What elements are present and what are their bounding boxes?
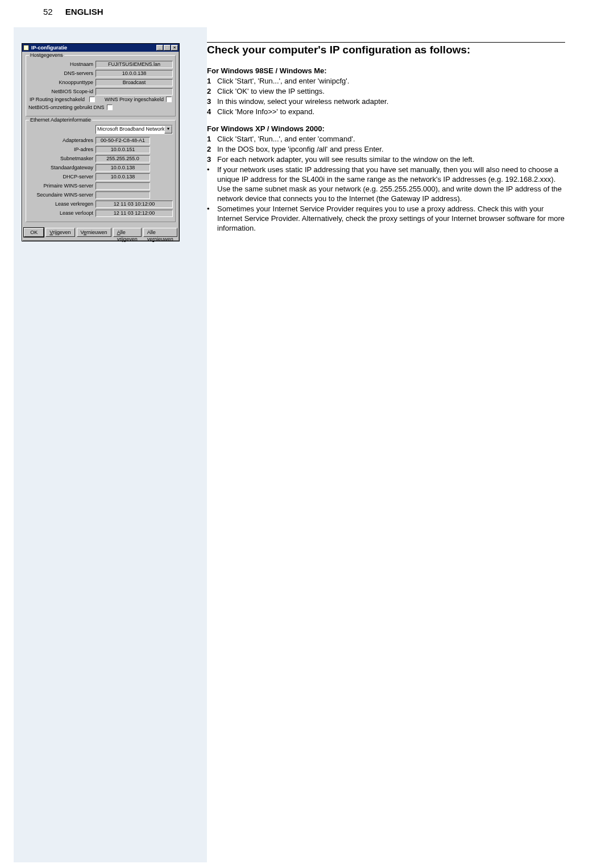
gateway-value: 10.0.0.138	[96, 164, 150, 172]
ip-address-value: 10.0.0.151	[96, 146, 150, 153]
step-number: 1	[207, 134, 217, 144]
lease-verloopt-label: Lease verloopt	[28, 210, 96, 216]
steps-98se: 1Click 'Start', 'Run...', and enter 'win…	[207, 76, 565, 116]
lease-verkregen-value: 12 11 03 10:12:00	[96, 201, 173, 208]
vernieuwen-button[interactable]: Vernieuwen	[77, 228, 111, 237]
step-text: In the DOS box, type 'ipconfig /all' and…	[217, 144, 565, 154]
bullet-icon: •	[207, 165, 217, 203]
knooppunt-value: Broadcast	[96, 79, 173, 86]
netbios-dns-checkbox[interactable]	[107, 105, 113, 110]
subnet-label: Subnetmasker	[28, 156, 96, 161]
steps-xp: 1Click 'Start', 'Run...', and enter 'com…	[207, 134, 565, 233]
ip-config-window: ? IP-configuratie _ □ × Hostgegevens Hos…	[22, 43, 180, 241]
page-header: 52 ENGLISH	[43, 7, 103, 16]
maximize-button[interactable]: □	[164, 45, 171, 51]
primaire-wins-value	[96, 182, 150, 190]
bullet-icon: •	[207, 204, 217, 233]
window-titlebar: ? IP-configuratie _ □ ×	[22, 44, 179, 52]
dns-label: DNS-servers	[28, 70, 96, 76]
adapter-dropdown[interactable]: Microsoft Broadband Networking Wirele ▼	[96, 125, 173, 134]
netbios-scope-label: NetBIOS Scope-id	[28, 89, 96, 94]
close-button[interactable]: ×	[171, 45, 178, 51]
netbios-dns-label: NetBIOS-omzetting gebruikt DNS	[28, 105, 107, 110]
group-label-host: Hostgegevens	[29, 52, 64, 58]
hostnaam-label: Hostnaam	[28, 61, 96, 67]
page-number: 52	[43, 7, 53, 16]
app-icon: ?	[23, 45, 29, 51]
step-number: 2	[207, 144, 217, 154]
ok-button[interactable]: OK	[24, 228, 44, 237]
step-number: 1	[207, 76, 217, 86]
wins-proxy-label: WINS Proxy ingeschakeld	[105, 97, 164, 102]
step-text: Click 'More Info>>' to expand.	[217, 107, 565, 116]
sidebar-panel: ? IP-configuratie _ □ × Hostgegevens Hos…	[14, 27, 207, 862]
section-title: Check your computer's IP configuration a…	[207, 42, 565, 56]
button-row: OK Vrijgeven Vernieuwen Alle vrijgeven A…	[22, 224, 179, 241]
secundaire-wins-label: Secundaire WINS-server	[28, 192, 96, 198]
adapter-address-label: Adapteradres	[28, 137, 96, 143]
step-text: Click 'Start', 'Run...', and enter 'comm…	[217, 134, 565, 144]
primaire-wins-label: Primaire WINS-server	[28, 183, 96, 189]
adapter-address-value: 00-50-F2-C8-48-A1	[96, 137, 150, 144]
hostnaam-value: FUJITSUSIEMENS.lan	[96, 61, 173, 68]
step-text: Click 'Start', 'Run...', and enter 'wini…	[217, 76, 565, 86]
step-number: 3	[207, 97, 217, 106]
subheading-xp: For Windows XP / Windows 2000:	[207, 124, 565, 133]
ip-routing-label: IP Routing ingeschakeld	[30, 97, 87, 102]
subheading-98se: For Windows 98SE / Windows Me:	[207, 66, 565, 75]
secundaire-wins-value	[96, 191, 150, 199]
netbios-scope-value	[96, 88, 173, 95]
ip-routing-checkbox[interactable]	[89, 97, 95, 102]
step-number: 2	[207, 86, 217, 96]
group-label-ethernet: Ethernet Adapterinformatie	[29, 117, 92, 123]
host-data-groupbox: Hostgegevens Hostnaam FUJITSUSIEMENS.lan…	[26, 55, 176, 116]
minimize-button[interactable]: _	[156, 45, 163, 51]
vrijgeven-button[interactable]: Vrijgeven	[45, 228, 74, 237]
wins-proxy-checkbox[interactable]	[166, 97, 172, 102]
alle-vernieuwen-button[interactable]: Alle vernieuwen	[143, 228, 177, 237]
dhcp-value: 10.0.0.138	[96, 173, 150, 181]
lease-verloopt-value: 12 11 03 12:12:00	[96, 210, 173, 217]
step-text: Click 'OK' to view the IP settings.	[217, 86, 565, 96]
ethernet-adapter-groupbox: Ethernet Adapterinformatie Microsoft Bro…	[26, 120, 176, 222]
step-number: 4	[207, 107, 217, 116]
bullet-text: If your network uses static IP addressin…	[217, 165, 565, 203]
alle-vrijgeven-button[interactable]: Alle vrijgeven	[113, 228, 142, 237]
dhcp-label: DHCP-server	[28, 174, 96, 180]
page-language: ENGLISH	[65, 7, 103, 16]
knooppunt-label: Knooppunttype	[28, 80, 96, 85]
dns-value: 10.0.0.138	[96, 70, 173, 77]
window-title: IP-configuratie	[31, 45, 156, 51]
bullet-text: Sometimes your Internet Service Provider…	[217, 204, 565, 233]
step-number: 3	[207, 155, 217, 164]
subnet-value: 255.255.255.0	[96, 155, 150, 162]
main-content: Check your computer's IP configuration a…	[207, 42, 565, 233]
gateway-label: Standaardgateway	[28, 165, 96, 170]
step-text: In this window, select your wireless net…	[217, 97, 565, 106]
lease-verkregen-label: Lease verkregen	[28, 201, 96, 207]
step-text: For each network adapter, you will see r…	[217, 155, 565, 164]
chevron-down-icon[interactable]: ▼	[164, 126, 172, 133]
adapter-dropdown-value: Microsoft Broadband Networking Wirele	[96, 126, 164, 133]
ip-address-label: IP-adres	[28, 147, 96, 152]
